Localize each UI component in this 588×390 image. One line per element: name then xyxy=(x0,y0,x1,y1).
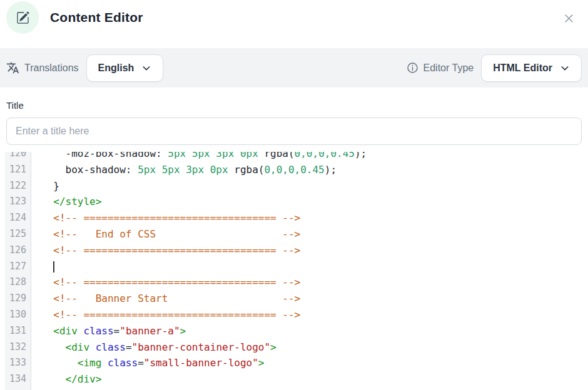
code-line[interactable]: <!-- ================================ --… xyxy=(41,210,588,226)
code-editor[interactable]: 1201211221231241251261271281291301311321… xyxy=(0,152,588,390)
translations-group: Translations English xyxy=(6,54,163,82)
close-icon xyxy=(564,13,574,24)
editor-type-select[interactable]: HTML Editor xyxy=(481,54,582,82)
line-number: 124 xyxy=(5,210,31,226)
code-line[interactable]: <!-- ================================ --… xyxy=(41,274,588,291)
line-number: 134 xyxy=(5,371,31,388)
code-line[interactable]: </style> xyxy=(41,194,588,210)
translate-icon xyxy=(6,61,19,74)
close-button[interactable] xyxy=(560,10,577,26)
editor-toolbar: Translations English Editor Type HTML Ed… xyxy=(0,48,588,88)
editor-type-select-value: HTML Editor xyxy=(493,62,552,74)
language-select[interactable]: English xyxy=(86,54,164,82)
info-icon xyxy=(407,62,418,74)
code-line[interactable]: <div class="banner-a"> xyxy=(41,323,588,339)
language-select-value: English xyxy=(98,62,134,74)
code-line[interactable]: <!-- ================================ --… xyxy=(41,242,588,259)
line-number: 120 xyxy=(5,152,31,162)
line-number: 132 xyxy=(5,339,31,356)
line-number: 127 xyxy=(5,259,31,275)
line-number: 133 xyxy=(5,355,31,371)
chevron-down-icon xyxy=(141,63,151,73)
code-line[interactable]: } xyxy=(41,178,588,194)
editor-type-group: Editor Type HTML Editor xyxy=(407,54,582,82)
translations-label: Translations xyxy=(24,62,79,74)
code-line[interactable]: -moz-box-shadow: 5px 5px 3px 0px rgba(0,… xyxy=(41,152,588,162)
line-number: 122 xyxy=(5,178,31,194)
code-line[interactable]: <!-- End of CSS --> xyxy=(41,226,588,242)
editor-type-label: Editor Type xyxy=(423,62,474,74)
line-number: 126 xyxy=(5,242,31,259)
line-number: 131 xyxy=(5,323,31,339)
edit-square-icon xyxy=(16,11,29,24)
line-number: 125 xyxy=(5,226,31,242)
code-lines: -moz-box-shadow: 5px 5px 3px 0px rgba(0,… xyxy=(31,152,588,388)
dialog-header: Content Editor xyxy=(0,0,588,36)
code-line[interactable]: <div class="banner-container-logo"> xyxy=(41,339,588,356)
line-number-gutter: 1201211221231241251261271281291301311321… xyxy=(5,152,31,390)
code-line[interactable] xyxy=(41,259,588,275)
dialog-title: Content Editor xyxy=(50,10,143,25)
text-cursor xyxy=(53,261,54,272)
line-number: 130 xyxy=(5,307,31,323)
title-input[interactable] xyxy=(6,118,582,145)
line-number: 123 xyxy=(5,194,31,210)
line-number: 129 xyxy=(5,291,31,307)
content-editor-badge xyxy=(6,1,39,34)
code-line[interactable]: <img class="small-banner-logo"> xyxy=(41,355,588,371)
chevron-down-icon xyxy=(560,63,570,73)
code-line[interactable]: box-shadow: 5px 5px 3px 0px rgba(0,0,0,0… xyxy=(41,162,588,178)
code-area[interactable]: -moz-box-shadow: 5px 5px 3px 0px rgba(0,… xyxy=(31,152,588,390)
code-line[interactable]: </div> xyxy=(41,371,588,388)
code-line[interactable]: <!-- Banner Start --> xyxy=(41,291,588,307)
line-number: 128 xyxy=(5,274,31,291)
code-line[interactable]: <!-- ================================ --… xyxy=(41,307,588,323)
gutter-numbers: 1201211221231241251261271281291301311321… xyxy=(5,152,31,388)
title-label: Title xyxy=(6,100,24,111)
line-number: 121 xyxy=(5,162,31,178)
